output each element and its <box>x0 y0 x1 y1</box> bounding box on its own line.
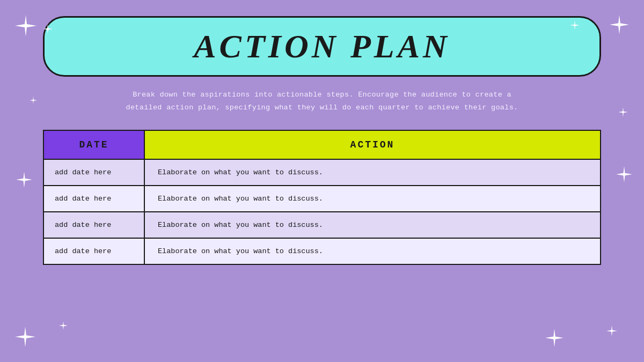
table-cell-date[interactable]: add date here <box>43 160 145 186</box>
star-decoration-bottom-left <box>15 327 35 347</box>
star-decoration-tr2 <box>570 20 580 30</box>
subtitle: Break down the aspirations into actionab… <box>126 88 518 115</box>
star-decoration-top-left <box>15 15 36 36</box>
title-box: ACTION PLAN <box>43 16 601 77</box>
star-decoration-mid-left <box>16 172 32 188</box>
page-background: ACTION PLAN Break down the aspirations i… <box>0 0 644 362</box>
table-row: add date hereElaborate on what you want … <box>43 239 601 265</box>
table-row: add date hereElaborate on what you want … <box>43 212 601 239</box>
table-row: add date hereElaborate on what you want … <box>43 186 601 212</box>
star-decoration-bottom-right <box>545 329 564 347</box>
table-header-action: ACTION <box>145 130 601 160</box>
star-decoration-mid-r <box>618 107 628 117</box>
action-plan-table: DATE ACTION add date hereElaborate on wh… <box>43 130 601 265</box>
table-row: add date hereElaborate on what you want … <box>43 160 601 186</box>
table-cell-action[interactable]: Elaborate on what you want to discuss. <box>145 160 601 186</box>
star-decoration-mid-l <box>30 97 37 104</box>
table-cell-date[interactable]: add date here <box>43 239 145 265</box>
table-cell-date[interactable]: add date here <box>43 186 145 212</box>
subtitle-line2: detailed action plan, specifying what th… <box>126 104 518 112</box>
table-cell-action[interactable]: Elaborate on what you want to discuss. <box>145 212 601 239</box>
star-decoration-bl2 <box>59 321 68 330</box>
table-header-date: DATE <box>43 130 145 160</box>
star-decoration-br2 <box>606 326 617 336</box>
table-cell-date[interactable]: add date here <box>43 212 145 239</box>
table-cell-action[interactable]: Elaborate on what you want to discuss. <box>145 186 601 212</box>
star-decoration-mid-right <box>616 166 632 182</box>
page-title: ACTION PLAN <box>194 28 450 64</box>
table-cell-action[interactable]: Elaborate on what you want to discuss. <box>145 239 601 265</box>
star-decoration-tl2 <box>43 24 53 34</box>
star-decoration-top-right <box>610 15 629 34</box>
subtitle-line1: Break down the aspirations into actionab… <box>133 91 511 99</box>
